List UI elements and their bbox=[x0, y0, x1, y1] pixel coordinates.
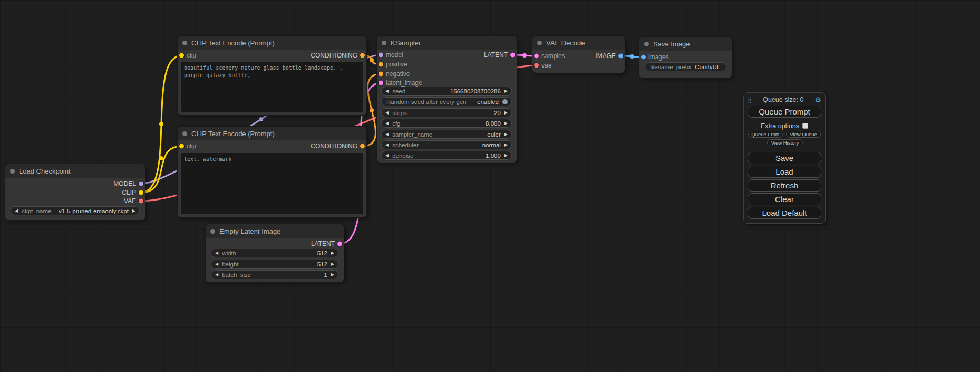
decrement-arrow-icon[interactable]: ◀ bbox=[385, 132, 389, 137]
node-load-checkpoint[interactable]: Load Checkpoint MODEL CLIP VAE ◀ ckpt_na… bbox=[5, 164, 145, 220]
negative-prompt-textarea[interactable]: text, watermark bbox=[181, 153, 363, 214]
width-widget[interactable]: ◀ width 512 ▶ bbox=[211, 249, 338, 257]
node-save-image[interactable]: Save Image images filename_prefix ComfyU… bbox=[639, 37, 732, 78]
load-button[interactable]: Load bbox=[748, 166, 821, 178]
collapse-dot[interactable] bbox=[10, 169, 15, 174]
clip-output-port[interactable] bbox=[139, 190, 143, 195]
output-slot-image: IMAGE bbox=[595, 52, 625, 60]
conditioning-output-port[interactable] bbox=[360, 53, 365, 58]
toggle-knob[interactable] bbox=[502, 99, 508, 104]
conditioning-output-port[interactable] bbox=[360, 144, 365, 149]
batch-size-widget[interactable]: ◀ batch_size 1 ▶ bbox=[211, 270, 338, 279]
negative-input-port[interactable] bbox=[379, 72, 383, 77]
increment-arrow-icon[interactable]: ▶ bbox=[504, 143, 508, 147]
node-title-bar[interactable]: Load Checkpoint bbox=[5, 164, 145, 178]
node-vae-decode[interactable]: VAE Decode samples vae IMAGE bbox=[532, 36, 625, 73]
collapse-dot[interactable] bbox=[382, 41, 386, 45]
latent-output-port[interactable] bbox=[337, 242, 342, 246]
graph-canvas[interactable]: Load Checkpoint MODEL CLIP VAE ◀ ckpt_na… bbox=[0, 0, 980, 372]
node-clip-text-encode-positive[interactable]: CLIP Text Encode (Prompt) clip CONDITION… bbox=[178, 36, 366, 115]
widget-value: 8.000 bbox=[486, 120, 501, 127]
collapse-dot[interactable] bbox=[182, 41, 187, 45]
save-button[interactable]: Save bbox=[748, 152, 821, 164]
output-slot-vae: VAE bbox=[124, 197, 145, 205]
increment-arrow-icon[interactable]: ▶ bbox=[504, 121, 508, 126]
decrement-arrow-icon[interactable]: ◀ bbox=[385, 111, 389, 115]
clip-input-port[interactable] bbox=[179, 144, 184, 149]
settings-gear-icon[interactable]: ⚙ bbox=[814, 96, 821, 103]
increment-arrow-icon[interactable]: ▶ bbox=[331, 262, 334, 266]
vae-output-port[interactable] bbox=[139, 199, 143, 204]
node-ksampler[interactable]: KSampler model positive negative latent_… bbox=[377, 36, 517, 163]
scheduler-widget[interactable]: ◀ scheduler normal ▶ bbox=[381, 140, 512, 149]
decrement-arrow-icon[interactable]: ◀ bbox=[215, 273, 218, 277]
model-output-port[interactable] bbox=[139, 182, 143, 186]
widget-value: 20 bbox=[494, 110, 501, 116]
queue-panel: ⣿ Queue size: 0 ⚙ Queue Prompt Extra opt… bbox=[743, 92, 826, 224]
drag-handle-icon[interactable]: ⣿ bbox=[748, 97, 752, 103]
load-default-button[interactable]: Load Default bbox=[748, 207, 821, 219]
collapse-dot[interactable] bbox=[210, 229, 215, 234]
clear-button[interactable]: Clear bbox=[748, 193, 821, 205]
increment-arrow-icon[interactable]: ▶ bbox=[331, 273, 334, 277]
slot-label: CONDITIONING bbox=[311, 142, 357, 150]
positive-prompt-textarea[interactable]: beautiful scenery nature glass bottle la… bbox=[181, 62, 363, 112]
image-output-port[interactable] bbox=[618, 54, 623, 59]
clip-input-port[interactable] bbox=[179, 53, 184, 58]
denoise-widget[interactable]: ◀ denoise 1.000 ▶ bbox=[381, 151, 512, 160]
view-history-button[interactable]: View History bbox=[767, 139, 803, 146]
height-widget[interactable]: ◀ height 512 ▶ bbox=[211, 260, 338, 269]
queue-prompt-button[interactable]: Queue Prompt bbox=[748, 106, 821, 118]
decrement-arrow-icon[interactable]: ◀ bbox=[385, 89, 389, 93]
node-title-bar[interactable]: CLIP Text Encode (Prompt) bbox=[178, 36, 366, 50]
steps-widget[interactable]: ◀ steps 20 ▶ bbox=[381, 108, 512, 117]
decrement-arrow-icon[interactable]: ◀ bbox=[215, 262, 218, 266]
node-title-bar[interactable]: Empty Latent Image bbox=[206, 224, 344, 238]
increment-arrow-icon[interactable]: ▶ bbox=[504, 111, 508, 115]
node-title-bar[interactable]: KSampler bbox=[377, 36, 517, 50]
node-title-bar[interactable]: Save Image bbox=[639, 37, 732, 51]
widget-label: filename_prefix bbox=[650, 64, 691, 70]
latent-output-port[interactable] bbox=[510, 53, 515, 58]
node-title-bar[interactable]: VAE Decode bbox=[532, 36, 625, 50]
random-seed-toggle-widget[interactable]: Random seed after every gen enabled bbox=[381, 97, 512, 106]
samples-input-port[interactable] bbox=[534, 54, 539, 59]
latent-image-input-port[interactable] bbox=[379, 81, 383, 85]
positive-input-port[interactable] bbox=[379, 62, 383, 67]
model-input-port[interactable] bbox=[379, 53, 383, 58]
decrement-arrow-icon[interactable]: ◀ bbox=[215, 251, 218, 255]
refresh-button[interactable]: Refresh bbox=[748, 179, 821, 192]
extra-options-checkbox[interactable] bbox=[802, 123, 808, 129]
node-title: CLIP Text Encode (Prompt) bbox=[191, 39, 275, 47]
collapse-dot[interactable] bbox=[182, 131, 187, 136]
decrement-arrow-icon[interactable]: ◀ bbox=[15, 209, 18, 213]
images-input-port[interactable] bbox=[641, 55, 646, 60]
sampler-name-widget[interactable]: ◀ sampler_name euler ▶ bbox=[381, 130, 512, 139]
vae-input-port[interactable] bbox=[534, 63, 539, 68]
increment-arrow-icon[interactable]: ▶ bbox=[504, 89, 508, 93]
extra-options-row: Extra options bbox=[744, 122, 825, 130]
node-title-bar[interactable]: CLIP Text Encode (Prompt) bbox=[178, 127, 366, 140]
increment-arrow-icon[interactable]: ▶ bbox=[331, 251, 334, 255]
increment-arrow-icon[interactable]: ▶ bbox=[504, 132, 508, 137]
increment-arrow-icon[interactable]: ▶ bbox=[132, 209, 135, 213]
decrement-arrow-icon[interactable]: ◀ bbox=[385, 154, 389, 158]
view-queue-button[interactable]: View Queue bbox=[786, 131, 821, 138]
seed-widget[interactable]: ◀ seed 156680208700286 ▶ bbox=[381, 87, 512, 96]
collapse-dot[interactable] bbox=[644, 42, 649, 46]
filename-prefix-widget[interactable]: filename_prefix ComfyUI bbox=[645, 62, 726, 71]
widget-value: ComfyUI bbox=[695, 64, 719, 70]
ckpt-name-widget[interactable]: ◀ ckpt_name v1-5-pruned-emaonly.ckpt ▶ bbox=[11, 206, 140, 215]
decrement-arrow-icon[interactable]: ◀ bbox=[385, 121, 389, 126]
decrement-arrow-icon[interactable]: ◀ bbox=[385, 143, 389, 147]
slot-label: positive bbox=[386, 61, 407, 68]
queue-small-buttons: Queue Front View Queue bbox=[748, 131, 821, 138]
increment-arrow-icon[interactable]: ▶ bbox=[504, 154, 508, 158]
node-clip-text-encode-negative[interactable]: CLIP Text Encode (Prompt) clip CONDITION… bbox=[178, 127, 366, 217]
queue-front-button[interactable]: Queue Front bbox=[748, 131, 783, 138]
slot-label: CONDITIONING bbox=[311, 52, 357, 59]
widget-label: height bbox=[222, 261, 238, 268]
collapse-dot[interactable] bbox=[537, 41, 542, 45]
node-empty-latent-image[interactable]: Empty Latent Image LATENT ◀ width 512 ▶ … bbox=[206, 224, 344, 282]
cfg-widget[interactable]: ◀ cfg 8.000 ▶ bbox=[381, 119, 512, 128]
